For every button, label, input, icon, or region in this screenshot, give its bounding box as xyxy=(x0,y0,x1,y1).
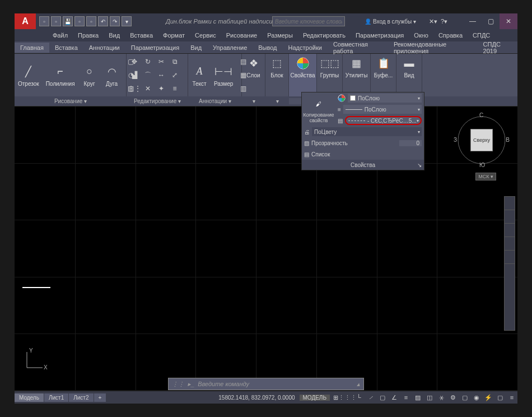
snap-toggle[interactable]: ⋮⋮⋮ xyxy=(342,392,353,403)
layers-button[interactable]: ❖Слои xyxy=(242,54,265,80)
arc-button[interactable]: ◠Дуга xyxy=(101,54,123,96)
tab-featured[interactable]: Рекомендованные приложения xyxy=(388,39,478,56)
utilities-button[interactable]: ▦Утилиты xyxy=(343,54,370,80)
list-button[interactable]: Список xyxy=(311,151,330,157)
nav-orbit[interactable] xyxy=(505,237,515,251)
qat-open[interactable]: ▫ xyxy=(51,16,61,26)
array-button[interactable]: ⋮⋮ xyxy=(129,83,140,94)
command-handle-icon[interactable]: ⋮⋮ xyxy=(172,381,184,388)
menu-view[interactable]: Вид xyxy=(104,31,124,40)
close-button[interactable]: ✕ xyxy=(500,13,517,29)
tab-annotate[interactable]: Аннотации xyxy=(83,43,125,53)
lineweight-toggle[interactable]: ≡ xyxy=(400,392,412,403)
edit-panel-title[interactable]: Редактирование ▾ xyxy=(127,98,188,104)
qat-redo[interactable]: ↷ xyxy=(110,16,120,26)
rotate-button[interactable]: ↻ xyxy=(142,56,153,67)
annotate-panel-title[interactable]: Аннотации ▾ xyxy=(188,98,242,104)
view-button[interactable]: ▬Вид xyxy=(396,54,422,80)
polyline-button[interactable]: ⌐Полилиния xyxy=(43,54,78,96)
viewcube[interactable]: Сверху С Ю В З xyxy=(454,112,510,168)
transparency-value[interactable]: 0 xyxy=(399,140,422,146)
copy-button[interactable]: ⧉ xyxy=(169,56,180,67)
tab-collaborate[interactable]: Совместная работа xyxy=(328,39,388,56)
groups-button[interactable]: ⬚⬚Группы xyxy=(317,54,342,80)
clipboard-button[interactable]: 📋Буфе... xyxy=(371,54,396,80)
annotation-toggle[interactable]: ⚹ xyxy=(436,392,447,403)
linetype-dropdown[interactable]: - С€С‚СЂРёС…5... xyxy=(345,116,422,125)
menu-dimensions[interactable]: Размеры xyxy=(263,31,297,40)
command-line[interactable]: ⋮⋮ ▸_ Введите команду ▴ xyxy=(168,378,364,390)
qat-saveas[interactable]: ▫ xyxy=(74,16,85,26)
offset-button[interactable]: ≡ xyxy=(169,83,180,94)
menu-draw[interactable]: Рисование xyxy=(222,31,262,40)
qat-new[interactable]: ▫ xyxy=(39,16,49,26)
scale-button[interactable]: ⤢ xyxy=(169,70,180,81)
qat-plot[interactable]: ▫ xyxy=(86,16,96,26)
lineweight-dropdown[interactable]: ПоСлою xyxy=(343,105,422,114)
menu-format[interactable]: Формат xyxy=(158,31,189,40)
hardware-toggle[interactable]: ⚡ xyxy=(483,392,494,403)
block-panel-title[interactable]: ▾ xyxy=(265,98,289,104)
isolate-toggle[interactable]: ◉ xyxy=(471,392,482,403)
stretch-button[interactable]: ↔ xyxy=(156,70,167,81)
otrack-toggle[interactable]: ∠ xyxy=(389,392,400,403)
exchange-icon[interactable]: ✕▾ xyxy=(429,18,437,25)
tab-home[interactable]: Главная xyxy=(15,43,49,53)
help-icon[interactable]: ?▾ xyxy=(441,18,447,25)
dimension-button[interactable]: ⊢⊣Размер xyxy=(211,54,236,96)
plotstyle-dropdown[interactable]: ПоЦвету xyxy=(312,127,422,136)
fillet-button[interactable]: ⌒ xyxy=(142,70,153,81)
block-button[interactable]: ⬚Блок xyxy=(265,54,288,80)
custom-toggle[interactable]: ≡ xyxy=(506,392,517,403)
command-dropdown-icon[interactable]: ▴ xyxy=(357,381,360,388)
tab-manage[interactable]: Управление xyxy=(207,43,253,53)
tab-view[interactable]: Вид xyxy=(185,43,207,53)
menu-tools[interactable]: Сервис xyxy=(190,31,221,40)
nav-showmotion[interactable] xyxy=(505,251,515,264)
drawn-line[interactable] xyxy=(22,287,50,288)
color-dropdown[interactable]: ПоСлою xyxy=(348,94,422,103)
transparency-toggle[interactable]: ▨ xyxy=(412,392,423,403)
wcs-label[interactable]: МСК ▾ xyxy=(475,173,496,180)
explode-button[interactable]: ✦ xyxy=(156,83,167,94)
tab-spds[interactable]: СПДС 2019 xyxy=(478,39,517,56)
monitor-toggle[interactable]: ▢ xyxy=(459,392,470,403)
add-sheet-button[interactable]: + xyxy=(94,393,106,402)
trim-button[interactable]: ✂ xyxy=(156,56,167,67)
compass-w[interactable]: З xyxy=(454,137,457,143)
ucs-icon[interactable]: Y X xyxy=(22,350,45,372)
nav-zoom[interactable] xyxy=(505,224,515,237)
qat-save[interactable]: 💾 xyxy=(63,16,73,26)
qat-undo[interactable]: ↶ xyxy=(98,16,108,26)
signin-menu[interactable]: 👤 Вход в службы ▾ xyxy=(365,18,416,25)
match-properties-button[interactable]: 🖌 Копирование свойств xyxy=(302,92,335,126)
nav-pan[interactable] xyxy=(505,210,515,224)
maximize-button[interactable]: ▢ xyxy=(482,13,500,29)
model-space-label[interactable]: МОДЕЛЬ xyxy=(300,395,330,401)
circle-button[interactable]: ○Круг xyxy=(78,54,101,96)
osnap-toggle[interactable]: ▢ xyxy=(377,392,388,403)
draw-panel-title[interactable]: Рисование ▾ xyxy=(15,98,127,104)
sheet2-tab[interactable]: Лист2 xyxy=(69,393,93,402)
drawing-canvas[interactable] xyxy=(15,106,517,390)
app-logo[interactable]: A xyxy=(15,13,36,29)
erase-button[interactable]: ✕ xyxy=(142,83,153,94)
model-tab[interactable]: Модель xyxy=(15,393,44,402)
compass-n[interactable]: С xyxy=(479,112,483,118)
compass-e[interactable]: В xyxy=(506,137,510,143)
qat-more[interactable]: ▾ xyxy=(122,16,132,26)
minimize-button[interactable]: — xyxy=(464,13,482,29)
text-button[interactable]: AТекст xyxy=(188,54,211,96)
search-input[interactable] xyxy=(272,16,345,26)
tab-parametric[interactable]: Параметризация xyxy=(125,43,185,53)
tab-addons[interactable]: Надстройки xyxy=(283,43,328,53)
polar-toggle[interactable]: ⟋ xyxy=(365,392,376,403)
nav-wheel[interactable] xyxy=(505,197,515,210)
layers-panel-title[interactable]: ▾ xyxy=(242,98,265,104)
properties-footer[interactable]: Свойства↘ xyxy=(302,160,424,170)
properties-button[interactable]: Свойства xyxy=(289,54,316,80)
menu-file[interactable]: Файл xyxy=(48,31,72,40)
line-button[interactable]: ╱Отрезок xyxy=(15,54,43,96)
ortho-toggle[interactable]: └ xyxy=(353,392,365,403)
compass-s[interactable]: Ю xyxy=(479,162,485,168)
